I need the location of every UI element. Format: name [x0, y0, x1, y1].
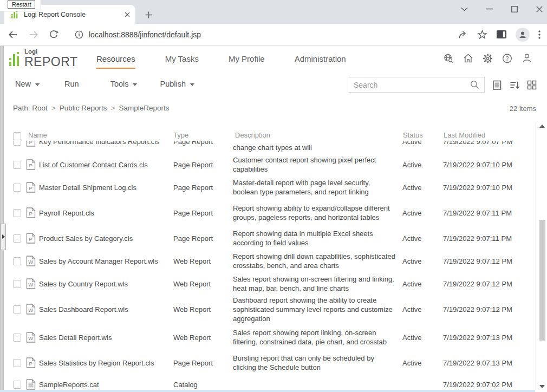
chevron-down-icon — [190, 83, 194, 86]
row-modified: 7/19/2022 9:07:12 PM — [443, 305, 534, 313]
home-icon[interactable] — [463, 53, 473, 63]
table-row[interactable]: W Sales Detail Report.wls Web Report Sal… — [0, 323, 534, 351]
bookmark-star-icon[interactable] — [477, 30, 487, 40]
nav-tab-my-profile[interactable]: My Profile — [229, 54, 265, 67]
row-name[interactable]: Payroll Report.cls — [39, 209, 173, 217]
column-header-description[interactable]: Description — [235, 131, 270, 139]
search-input[interactable] — [348, 81, 470, 89]
nav-tab-my-tasks[interactable]: My Tasks — [165, 54, 199, 67]
expand-panel-arrow-icon — [2, 234, 5, 239]
select-all-checkbox[interactable] — [13, 132, 21, 140]
search-box — [348, 77, 485, 93]
row-checkbox[interactable] — [13, 305, 21, 313]
breadcrumb-segment-root[interactable]: Root — [32, 104, 48, 112]
column-header-last-modified[interactable]: Last Modified — [444, 131, 485, 139]
scrollbar-thumb[interactable] — [539, 220, 545, 341]
row-name[interactable]: Sales by Account Manager Report.wls — [39, 257, 173, 265]
reload-icon[interactable] — [49, 30, 58, 40]
gear-icon[interactable] — [483, 53, 493, 63]
row-checkbox[interactable] — [13, 161, 21, 169]
row-modified: 7/19/2022 9:07:13 PM — [443, 334, 534, 342]
row-description: Bursting report that can only be schedul… — [233, 354, 402, 372]
left-splitter[interactable] — [0, 46, 4, 392]
items-count: 22 items — [510, 104, 536, 113]
column-header-name[interactable]: Name — [28, 131, 47, 139]
file-icon — [26, 379, 39, 390]
toolbar-menu-publish[interactable]: Publish — [160, 80, 194, 88]
table-row[interactable]: W Sales by Account Manager Report.wls We… — [0, 250, 534, 272]
row-checkbox[interactable] — [13, 280, 21, 288]
nav-tab-resources[interactable]: Resources — [96, 54, 135, 67]
search-icon[interactable] — [470, 80, 479, 89]
row-name[interactable]: Sales by Country Report.wls — [39, 280, 173, 288]
row-name[interactable]: SampleReports.cat — [39, 381, 173, 389]
table-row[interactable]: P List of Customer Contact Cards.cls Pag… — [0, 153, 534, 176]
share-icon[interactable] — [458, 30, 468, 40]
info-icon[interactable] — [75, 30, 83, 39]
row-status: Active — [402, 184, 443, 192]
scrollbar-up-icon[interactable] — [539, 125, 545, 128]
table-row[interactable]: P Sales Statistics by Region Report.cls … — [0, 351, 534, 374]
column-header-status[interactable]: Status — [403, 131, 423, 139]
row-type: Web Report — [173, 305, 233, 313]
toolbar-menu-run[interactable]: Run — [64, 80, 79, 88]
table-row[interactable]: W Sales by Country Report.wls Web Report… — [0, 272, 534, 295]
toolbar-menu-new[interactable]: New — [15, 80, 40, 88]
menu-dots-icon[interactable] — [538, 30, 541, 39]
tab-close-icon[interactable] — [125, 12, 130, 17]
profile-avatar-icon[interactable] — [516, 28, 530, 42]
breadcrumb-segment-public-reports[interactable]: Public Reports — [60, 104, 107, 112]
scrollbar-track[interactable] — [536, 122, 536, 390]
breadcrumb-segment-samplereports[interactable]: SampleReports — [119, 104, 169, 112]
row-name[interactable]: Sales Statistics by Region Report.cls — [39, 359, 173, 367]
side-panel-icon[interactable] — [496, 30, 507, 39]
row-name[interactable]: Master Detail Shipment Log.cls — [39, 184, 173, 192]
breadcrumb-prefix: Path: — [13, 104, 30, 112]
row-checkbox[interactable] — [13, 234, 21, 243]
table-row[interactable]: P Product Sales by Category.cls Page Rep… — [0, 227, 534, 250]
table-rows: P Key Performance Indicators Report.cls … — [0, 129, 534, 392]
help-icon[interactable]: ? — [502, 53, 512, 63]
maximize-icon[interactable] — [510, 4, 519, 14]
file-icon: P — [26, 182, 39, 193]
forward-icon[interactable] — [28, 30, 39, 40]
chevron-down-icon[interactable] — [460, 4, 469, 14]
address-bar[interactable]: localhost:8888/jinfonet/default.jsp — [67, 30, 458, 39]
url-text[interactable]: localhost:8888/jinfonet/default.jsp — [89, 30, 201, 39]
row-name[interactable]: List of Customer Contact Cards.cls — [39, 161, 173, 169]
globe-search-icon[interactable] — [444, 53, 454, 63]
row-checkbox[interactable] — [13, 359, 21, 367]
column-header-type[interactable]: Type — [173, 131, 188, 139]
toolbar-menu-tools[interactable]: Tools — [110, 80, 138, 88]
row-checkbox[interactable] — [13, 381, 21, 389]
chevron-down-icon — [133, 83, 137, 86]
detail-view-icon[interactable] — [492, 80, 503, 90]
table-row[interactable]: W Sales Dashboard Report.wls Web Report … — [0, 295, 534, 323]
row-description: change chart types at will — [233, 143, 402, 153]
restart-tooltip: Restart — [8, 0, 35, 9]
close-icon[interactable] — [535, 4, 544, 14]
svg-text:W: W — [28, 307, 33, 313]
view-switcher — [492, 80, 537, 90]
row-checkbox[interactable] — [13, 334, 21, 342]
new-tab-button[interactable] — [142, 8, 155, 21]
row-modified: 7/19/2022 9:07:10 PM — [443, 184, 534, 192]
user-icon[interactable] — [522, 53, 532, 63]
row-status: Active — [402, 305, 443, 313]
grid-view-icon[interactable] — [527, 80, 537, 90]
table-row[interactable]: P Payroll Report.cls Page Report Report … — [0, 199, 534, 227]
row-checkbox[interactable] — [13, 184, 21, 192]
svg-text:P: P — [29, 162, 32, 168]
minimize-icon[interactable] — [485, 4, 494, 14]
back-icon[interactable] — [8, 30, 18, 40]
table-row[interactable]: P Master Detail Shipment Log.cls Page Re… — [0, 176, 534, 199]
row-name[interactable]: Product Sales by Category.cls — [39, 234, 173, 243]
row-checkbox[interactable] — [13, 209, 21, 217]
row-name[interactable]: Sales Dashboard Report.wls — [39, 305, 173, 313]
nav-tab-administration[interactable]: Administration — [295, 54, 346, 67]
row-name[interactable]: Sales Detail Report.wls — [39, 334, 173, 342]
sort-icon[interactable] — [510, 80, 520, 90]
scrollbar-down-icon[interactable] — [539, 385, 545, 388]
splitter-handle[interactable] — [1, 224, 6, 250]
row-checkbox[interactable] — [13, 257, 21, 265]
